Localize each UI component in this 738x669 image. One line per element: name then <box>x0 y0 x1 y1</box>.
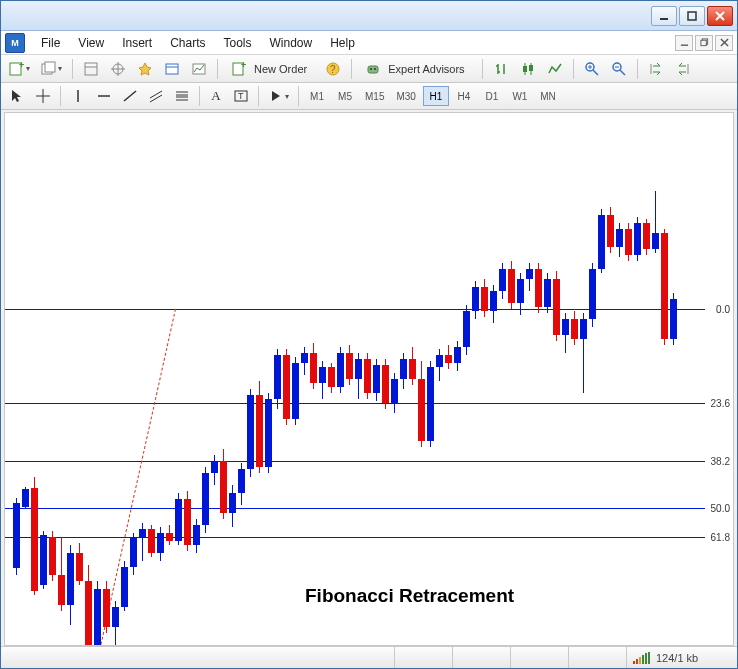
candlestick-button[interactable] <box>516 58 540 80</box>
network-text: 124/1 kb <box>656 652 698 664</box>
svg-line-52 <box>150 91 162 98</box>
status-bar: 124/1 kb <box>1 646 737 668</box>
zoom-out-button[interactable] <box>607 58 631 80</box>
svg-line-42 <box>620 70 625 75</box>
title-bar <box>1 1 737 31</box>
mdi-restore-button[interactable] <box>695 35 713 51</box>
svg-rect-1 <box>688 12 696 20</box>
line-chart-button[interactable] <box>543 58 567 80</box>
timeframe-d1[interactable]: D1 <box>479 86 505 106</box>
fib-label-38.2: 38.2 <box>710 456 731 467</box>
svg-line-38 <box>593 70 598 75</box>
svg-rect-13 <box>85 63 97 75</box>
menu-view[interactable]: View <box>70 33 112 53</box>
strategy-tester-button[interactable] <box>187 58 211 80</box>
profiles-button[interactable]: ▾ <box>37 58 66 80</box>
menu-file[interactable]: File <box>33 33 68 53</box>
svg-text:T: T <box>238 91 244 101</box>
fib-line-0.0 <box>5 309 705 310</box>
terminal-button[interactable] <box>160 58 184 80</box>
market-watch-button[interactable] <box>79 58 103 80</box>
horizontal-line-button[interactable] <box>92 85 116 107</box>
chart-shift-button[interactable] <box>671 58 695 80</box>
svg-rect-34 <box>523 66 527 72</box>
text-label-button[interactable]: T <box>229 85 253 107</box>
svg-rect-26 <box>368 66 378 73</box>
channel-button[interactable] <box>144 85 168 107</box>
connection-status: 124/1 kb <box>627 647 737 668</box>
expert-advisors-label: Expert Advisors <box>384 63 468 75</box>
status-message <box>1 647 395 668</box>
shapes-button[interactable]: ▾ <box>264 85 293 107</box>
fib-label-50.0: 50.0 <box>710 503 731 514</box>
menu-insert[interactable]: Insert <box>114 33 160 53</box>
timeframe-h1[interactable]: H1 <box>423 86 449 106</box>
cursor-button[interactable] <box>5 85 29 107</box>
mdi-close-button[interactable] <box>715 35 733 51</box>
menu-help[interactable]: Help <box>322 33 363 53</box>
status-cell-4 <box>569 647 627 668</box>
chart-annotation: Fibonacci Retracement <box>305 585 514 607</box>
new-chart-button[interactable]: +▾ <box>5 58 34 80</box>
svg-marker-60 <box>272 91 280 101</box>
timeframe-m15[interactable]: M15 <box>360 86 389 106</box>
svg-rect-36 <box>529 65 533 71</box>
svg-line-53 <box>150 95 162 102</box>
metaquotes-button[interactable]: ? <box>321 58 345 80</box>
svg-marker-46 <box>12 90 21 102</box>
text-button[interactable]: A <box>205 85 227 107</box>
crosshair-button[interactable] <box>31 85 55 107</box>
timeframe-h4[interactable]: H4 <box>451 86 477 106</box>
menu-charts[interactable]: Charts <box>162 33 213 53</box>
svg-point-28 <box>374 68 376 70</box>
svg-point-27 <box>370 68 372 70</box>
svg-text:?: ? <box>330 64 336 75</box>
fib-line-38.2 <box>5 461 705 462</box>
fib-line-61.8 <box>5 537 705 538</box>
svg-text:+: + <box>19 61 24 70</box>
timeframe-w1[interactable]: W1 <box>507 86 533 106</box>
status-cell-3 <box>511 647 569 668</box>
svg-text:+: + <box>241 61 246 70</box>
mdi-minimize-button[interactable] <box>675 35 693 51</box>
trendline-button[interactable] <box>118 85 142 107</box>
timeframe-m5[interactable]: M5 <box>332 86 358 106</box>
navigator-button[interactable] <box>106 58 130 80</box>
vertical-line-button[interactable] <box>66 85 90 107</box>
fib-label-0.0: 0.0 <box>715 304 731 315</box>
timeframe-mn[interactable]: MN <box>535 86 561 106</box>
timeframe-m1[interactable]: M1 <box>304 86 330 106</box>
menu-bar: M File View Insert Charts Tools Window H… <box>1 31 737 55</box>
svg-rect-19 <box>166 64 178 74</box>
fib-line-23.6 <box>5 403 705 404</box>
mdi-controls <box>675 35 733 51</box>
svg-rect-6 <box>700 40 705 45</box>
app-window: M File View Insert Charts Tools Window H… <box>0 0 738 669</box>
chart-canvas[interactable]: Fibonacci Retracement 0.023.638.250.061.… <box>4 112 734 646</box>
menu-tools[interactable]: Tools <box>216 33 260 53</box>
minimize-button[interactable] <box>651 6 677 26</box>
zoom-in-button[interactable] <box>580 58 604 80</box>
fib-line-50.0 <box>5 508 705 509</box>
status-cell-2 <box>453 647 511 668</box>
auto-scroll-button[interactable] <box>644 58 668 80</box>
bar-chart-button[interactable] <box>489 58 513 80</box>
fibonacci-button[interactable] <box>170 85 194 107</box>
fib-label-23.6: 23.6 <box>710 398 731 409</box>
timeframe-m30[interactable]: M30 <box>391 86 420 106</box>
svg-marker-18 <box>139 63 151 75</box>
close-button[interactable] <box>707 6 733 26</box>
svg-rect-12 <box>45 62 55 72</box>
expert-advisors-button[interactable]: Expert Advisors <box>358 58 475 80</box>
status-cell-1 <box>395 647 453 668</box>
maximize-button[interactable] <box>679 6 705 26</box>
data-window-button[interactable] <box>133 58 157 80</box>
new-order-button[interactable]: + New Order <box>224 58 318 80</box>
drawing-toolbar: A T ▾ M1 M5 M15 M30 H1 H4 D1 W1 MN <box>1 83 737 110</box>
app-icon: M <box>5 33 25 53</box>
new-order-label: New Order <box>250 63 311 75</box>
svg-line-51 <box>124 91 136 101</box>
fib-label-61.8: 61.8 <box>710 532 731 543</box>
menu-window[interactable]: Window <box>262 33 321 53</box>
signal-icon <box>633 652 650 664</box>
